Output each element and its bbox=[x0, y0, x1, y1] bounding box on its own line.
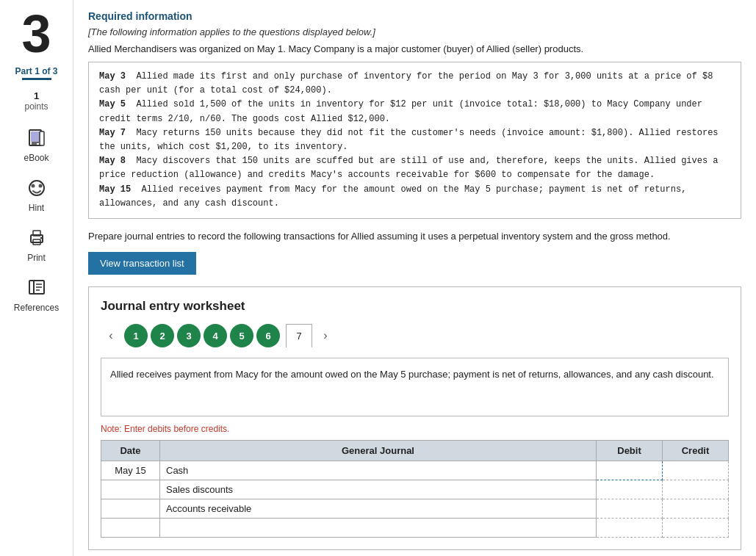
scenario-line-2: May 5 Allied sold 1,500 of the units in … bbox=[99, 98, 730, 126]
row3-credit[interactable] bbox=[663, 499, 729, 519]
step-3-button[interactable]: 3 bbox=[177, 324, 201, 347]
svg-rect-4 bbox=[40, 131, 44, 145]
svg-rect-1 bbox=[31, 131, 40, 142]
row2-date bbox=[101, 480, 160, 499]
table-row: Accounts receivable bbox=[101, 499, 729, 519]
ebook-icon bbox=[24, 125, 50, 151]
ebook-label: eBook bbox=[24, 153, 48, 163]
col-header-debit: Debit bbox=[597, 441, 663, 461]
table-row: May 15 Cash bbox=[101, 461, 729, 480]
svg-point-6 bbox=[31, 184, 35, 188]
print-label: Print bbox=[27, 253, 46, 263]
row4-date bbox=[101, 519, 160, 538]
row1-credit[interactable] bbox=[663, 461, 729, 480]
points-label: points bbox=[24, 101, 48, 112]
scenario-line-3: May 7 Macy returns 150 units because the… bbox=[99, 126, 730, 154]
sidebar-item-ebook[interactable]: eBook bbox=[24, 125, 50, 163]
svg-point-11 bbox=[40, 237, 41, 239]
points-value: 1 bbox=[34, 90, 39, 101]
sidebar-item-hint[interactable]: Hint bbox=[24, 175, 50, 213]
step-navigation: ‹ 1 2 3 4 5 6 7 › bbox=[101, 324, 729, 347]
intro-text: Allied Merchandisers was organized on Ma… bbox=[88, 43, 741, 54]
worksheet-title: Journal entry worksheet bbox=[101, 299, 729, 314]
sidebar: 3 Part 1 of 3 1 points eBook Hint bbox=[0, 0, 73, 556]
scenario-box: May 3 Allied made its first and only pur… bbox=[88, 62, 741, 219]
row2-credit[interactable] bbox=[663, 480, 729, 499]
row4-debit[interactable] bbox=[597, 519, 663, 538]
step-description: Allied receives payment from Macy for th… bbox=[101, 358, 729, 416]
hint-icon bbox=[24, 175, 50, 201]
col-header-date: Date bbox=[101, 441, 160, 461]
step-1-button[interactable]: 1 bbox=[124, 324, 148, 347]
required-info-title: Required information bbox=[88, 10, 741, 22]
row3-account: Accounts receivable bbox=[160, 499, 597, 519]
note-text: Note: Enter debits before credits. bbox=[101, 424, 729, 434]
hint-label: Hint bbox=[29, 203, 44, 213]
step-2-button[interactable]: 2 bbox=[151, 324, 174, 347]
scenario-line-1: May 3 Allied made its first and only pur… bbox=[99, 70, 730, 98]
sidebar-item-print[interactable]: Print bbox=[24, 225, 50, 263]
step-7-tab[interactable]: 7 bbox=[286, 324, 312, 347]
scenario-line-5: May 15 Allied receives payment from Macy… bbox=[99, 183, 730, 211]
row2-account: Sales discounts bbox=[160, 480, 597, 499]
svg-point-7 bbox=[38, 184, 42, 188]
col-header-credit: Credit bbox=[663, 441, 729, 461]
step-5-button[interactable]: 5 bbox=[230, 324, 253, 347]
row1-date: May 15 bbox=[101, 461, 160, 480]
question-number: 3 bbox=[21, 7, 51, 60]
print-icon bbox=[24, 225, 50, 251]
row1-debit[interactable] bbox=[597, 461, 663, 480]
step-6-button[interactable]: 6 bbox=[256, 324, 280, 347]
references-icon bbox=[24, 275, 50, 301]
worksheet-container: Journal entry worksheet ‹ 1 2 3 4 5 6 7 … bbox=[88, 286, 741, 550]
table-row: Sales discounts bbox=[101, 480, 729, 499]
row2-debit[interactable] bbox=[597, 480, 663, 499]
table-row bbox=[101, 519, 729, 538]
row1-account: Cash bbox=[160, 461, 597, 480]
row3-date bbox=[101, 499, 160, 519]
scenario-line-4: May 8 Macy discovers that 150 units are … bbox=[99, 154, 730, 182]
row3-debit[interactable] bbox=[597, 499, 663, 519]
next-step-button[interactable]: › bbox=[315, 325, 336, 346]
part-label: Part 1 of 3 bbox=[15, 66, 57, 76]
references-label: References bbox=[14, 303, 59, 313]
col-header-journal: General Journal bbox=[160, 441, 597, 461]
step-4-button[interactable]: 4 bbox=[204, 324, 227, 347]
part-progress-bar bbox=[22, 78, 51, 80]
view-transaction-button[interactable]: View transaction list bbox=[88, 252, 196, 275]
journal-table: Date General Journal Debit Credit May 15… bbox=[101, 440, 729, 538]
prev-step-button[interactable]: ‹ bbox=[101, 325, 121, 346]
prepare-text: Prepare journal entries to record the fo… bbox=[88, 229, 741, 244]
main-content: Required information [The following info… bbox=[73, 0, 756, 556]
row4-credit[interactable] bbox=[663, 519, 729, 538]
row4-account[interactable] bbox=[160, 519, 597, 538]
italic-note: [The following information applies to th… bbox=[88, 26, 741, 37]
sidebar-item-references[interactable]: References bbox=[14, 275, 59, 313]
